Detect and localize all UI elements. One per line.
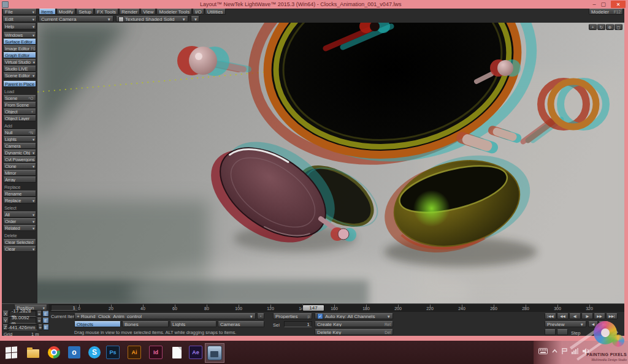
keyboard-icon[interactable] (538, 348, 548, 354)
sidebar-item[interactable]: Array (3, 176, 36, 183)
axis-button[interactable]: X (2, 311, 9, 317)
taskbar-after-effects[interactable]: Ae (188, 345, 203, 360)
envelope-button[interactable]: E (42, 317, 49, 324)
item-type-button[interactable]: Cameras (218, 321, 264, 327)
transport-button[interactable]: ▶▶ (594, 313, 605, 319)
transport-button[interactable]: ▶▶| (606, 313, 618, 319)
current-item-selector[interactable]: + Round_Clock_Anim_control ▼ (74, 313, 256, 319)
taskbar-chrome[interactable] (47, 345, 61, 360)
menu-tab[interactable]: Modify (56, 9, 76, 15)
axis-value-field[interactable]: 36.0092 m (9, 317, 36, 324)
taskbar-indesign[interactable]: Id (148, 345, 163, 360)
viewport-3d[interactable]: + ↻ ⊕ ◻ (37, 23, 624, 303)
sidebar-item[interactable]: Related ▾ (3, 225, 36, 231)
sidebar-item[interactable]: Select (3, 205, 36, 211)
menu-tab[interactable]: Items (39, 9, 56, 15)
sidebar-item[interactable]: Graph Editor (3, 52, 36, 58)
sidebar-item[interactable]: Clone ▾ (3, 163, 36, 169)
taskbar-outlook[interactable]: o (67, 345, 82, 360)
sidebar-item[interactable]: All ▾ (3, 211, 36, 218)
viewport-control-icon[interactable]: ↻ (597, 24, 605, 30)
sidebar-item[interactable]: Object Layer (3, 115, 36, 121)
sidebar-item[interactable]: Virtual Studio ▾ (3, 59, 36, 65)
modeler-button[interactable]: Modeler F12 (589, 9, 623, 15)
auto-key-toggle[interactable]: ✓ Auto Key: All Channels ▼ (315, 313, 393, 319)
sidebar-item[interactable]: Scene ^O (3, 95, 36, 101)
taskbar-document-app[interactable] (169, 345, 184, 360)
item-type-button[interactable]: Bones (122, 321, 169, 327)
viewport-control-icon[interactable]: ⊕ (606, 24, 614, 30)
transport-button[interactable]: ◀◀ (557, 313, 569, 319)
sidebar-item[interactable]: Mirror (3, 170, 36, 176)
file-menu[interactable]: File ▾ (2, 9, 37, 15)
taskbar-photoshop[interactable]: Ps (105, 345, 120, 360)
sidebar-item[interactable]: Image Editor F6 (3, 45, 36, 51)
sidebar-item[interactable]: Parent in Place (3, 81, 36, 87)
viewport-control-icon[interactable]: + (589, 24, 597, 30)
sidebar-item[interactable]: Order ▾ (3, 218, 36, 224)
frame-slider-handle[interactable]: 147 (302, 305, 324, 311)
preview-prev-button[interactable]: ◀ (588, 321, 598, 327)
viewport-options-button[interactable]: ▼ (191, 16, 199, 22)
sidebar-item[interactable]: Clear ▾ (3, 246, 36, 252)
item-options-icon[interactable] (257, 313, 264, 319)
camera-selector[interactable]: Current Camera ▼ (39, 16, 113, 22)
shading-mode-selector[interactable]: Textured Shaded Solid ▼ (116, 16, 188, 22)
item-type-button[interactable]: Lights (170, 321, 216, 327)
menu-tab[interactable]: View (140, 9, 156, 15)
sidebar-item[interactable]: From Scene (3, 102, 36, 108)
edit-menu[interactable]: Edit ▾ (2, 16, 37, 22)
menu-tab[interactable]: FX Tools (94, 9, 118, 15)
transport-button[interactable]: |◀◀ (545, 313, 556, 319)
sidebar-item[interactable]: Object + (3, 108, 36, 115)
sidebar-item[interactable]: Camera (3, 143, 36, 149)
chevron-up-icon[interactable] (552, 349, 557, 354)
nudge-icon[interactable] (37, 311, 42, 317)
axis-button[interactable]: Y (2, 317, 9, 324)
delete-key-button[interactable]: Delete Key Del (315, 329, 393, 335)
nudge-icon[interactable] (37, 317, 42, 324)
maximize-button[interactable]: ▢ (600, 1, 606, 8)
menu-tab[interactable]: Modeler Tools (156, 9, 192, 15)
sidebar-item[interactable]: Clear Selected (3, 239, 36, 245)
sidebar-item[interactable]: Replace ▾ (3, 197, 36, 203)
preview-selector[interactable]: Preview ▼ (545, 321, 586, 327)
taskbar-illustrator[interactable]: Ai (127, 345, 142, 360)
menu-tab[interactable]: Utilities (205, 9, 226, 15)
nudge-icon[interactable] (38, 324, 42, 330)
create-key-button[interactable]: Create Key Ret (315, 321, 393, 327)
first-frame-field[interactable]: 1 (51, 305, 78, 311)
sidebar-item[interactable]: Dynamic Obj ▾ (3, 150, 36, 156)
viewport-control-icon[interactable]: ◻ (615, 24, 622, 30)
sidebar-item[interactable]: Lights ▾ (3, 136, 36, 142)
sidebar-item[interactable]: Cvt Powergons (3, 156, 36, 162)
taskbar-file-explorer[interactable] (26, 345, 40, 360)
flag-icon[interactable] (562, 348, 567, 354)
sidebar-item[interactable]: Add (3, 123, 36, 129)
sidebar-item[interactable]: Studio LIVE (3, 66, 36, 72)
step-field-2[interactable] (557, 329, 568, 335)
sidebar-item[interactable]: Load (3, 89, 36, 94)
timeline-ruler[interactable]: 1 0 20 40 60 80 100 1 (48, 304, 624, 312)
sidebar-item[interactable]: Surface Editor (3, 39, 36, 45)
properties-button[interactable]: Properties p (273, 313, 312, 319)
menu-tab[interactable]: Setup (76, 9, 94, 15)
axis-value-field[interactable]: -441.426mm (9, 324, 37, 330)
item-type-button[interactable]: Objects (74, 321, 121, 327)
menu-tab[interactable]: Render (119, 9, 140, 15)
close-button[interactable]: ✕ (611, 1, 626, 8)
step-field-1[interactable] (545, 329, 556, 335)
envelope-button[interactable]: E (43, 324, 49, 330)
preview-next-button[interactable]: ▶ (599, 321, 608, 327)
volume-icon[interactable] (583, 348, 589, 354)
sidebar-item[interactable]: Null ^N (3, 129, 36, 135)
sidebar-item[interactable]: Delete (3, 233, 36, 238)
sidebar-item[interactable]: Replace (3, 184, 36, 190)
transport-button[interactable]: ◀| (569, 313, 581, 319)
sidebar-item[interactable]: Scene Editor ▾ (3, 72, 36, 78)
network-icon[interactable] (572, 348, 578, 354)
start-button[interactable] (4, 345, 18, 360)
transport-button[interactable]: |▶ (581, 313, 593, 319)
menu-tab[interactable]: I/O (193, 9, 204, 15)
sidebar-item[interactable]: Rename (3, 191, 36, 197)
